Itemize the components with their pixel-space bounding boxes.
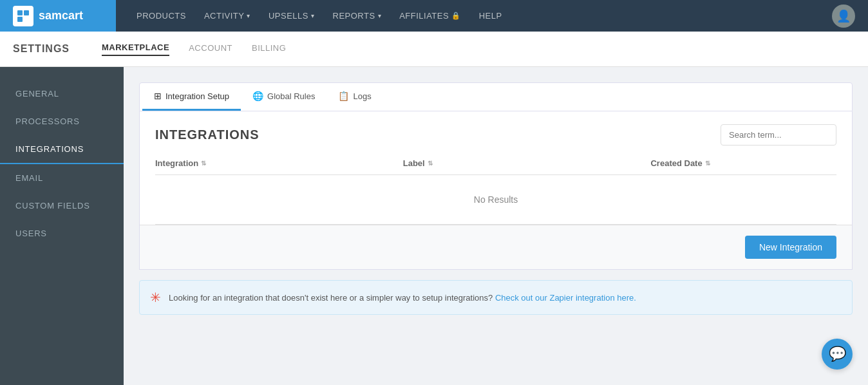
label-sort-icon[interactable]: ⇅ — [428, 160, 433, 167]
avatar[interactable]: 👤 — [832, 5, 855, 28]
sidebar-item-custom-fields[interactable]: CUSTOM FIELDS — [0, 192, 124, 220]
chat-icon: 💬 — [829, 346, 846, 362]
column-header-label: Label ⇅ — [403, 158, 651, 168]
sidebar-item-integrations[interactable]: INTEGRATIONS — [0, 135, 124, 164]
svg-rect-3 — [24, 17, 29, 22]
global-rules-icon: 🌐 — [252, 91, 263, 101]
activity-arrow-icon: ▾ — [247, 12, 250, 19]
nav-upsells[interactable]: UPSELLS ▾ — [261, 7, 323, 24]
column-header-integration: Integration ⇅ — [155, 158, 403, 168]
sidebar-item-general[interactable]: GENERAL — [0, 80, 124, 108]
tab-account[interactable]: ACCOUNT — [189, 43, 232, 55]
nav-activity[interactable]: ACTIVITY ▾ — [196, 7, 258, 24]
logo-text: samcart — [39, 9, 83, 23]
integrations-panel: INTEGRATIONS Integration ⇅ Label ⇅ Creat… — [139, 111, 853, 270]
upsells-arrow-icon: ▾ — [311, 12, 315, 19]
logo-icon — [13, 6, 33, 26]
logo[interactable]: samcart — [0, 0, 116, 32]
nav-help[interactable]: HELP — [471, 7, 510, 24]
tab-marketplace[interactable]: MARKETPLACE — [102, 42, 169, 56]
sidebar-item-email[interactable]: EMAIL — [0, 164, 124, 192]
tab-billing[interactable]: BILLING — [252, 43, 286, 55]
table-footer: New Integration — [140, 225, 852, 269]
svg-rect-1 — [24, 10, 29, 15]
logs-icon: 📋 — [338, 91, 349, 101]
zapier-link[interactable]: Check out our Zapier integration here. — [495, 293, 636, 303]
new-integration-button[interactable]: New Integration — [745, 236, 836, 259]
chat-bubble-button[interactable]: 💬 — [822, 339, 853, 370]
nav-affiliates[interactable]: AFFILIATES 🔒 — [392, 7, 469, 24]
main-layout: GENERAL PROCESSORS INTEGRATIONS EMAIL CU… — [0, 67, 868, 385]
nav-items: PRODUCTS ACTIVITY ▾ UPSELLS ▾ REPORTS ▾ … — [129, 7, 832, 24]
search-input[interactable] — [721, 124, 836, 146]
top-navigation: samcart PRODUCTS ACTIVITY ▾ UPSELLS ▾ RE… — [0, 0, 868, 32]
reports-arrow-icon: ▾ — [378, 12, 382, 19]
created-sort-icon[interactable]: ⇅ — [705, 160, 710, 167]
svg-rect-0 — [17, 10, 23, 15]
info-banner-text: Looking for an integration that doesn't … — [169, 293, 636, 303]
no-results: No Results — [155, 175, 836, 225]
content-area: ⊞ Integration Setup 🌐 Global Rules 📋 Log… — [124, 67, 868, 385]
integration-tabs: ⊞ Integration Setup 🌐 Global Rules 📋 Log… — [139, 82, 853, 111]
table-header: Integration ⇅ Label ⇅ Created Date ⇅ — [155, 158, 836, 175]
integration-setup-icon: ⊞ — [154, 91, 162, 101]
sidebar: GENERAL PROCESSORS INTEGRATIONS EMAIL CU… — [0, 67, 124, 385]
tab-global-rules[interactable]: 🌐 Global Rules — [241, 83, 326, 111]
integration-sort-icon[interactable]: ⇅ — [201, 160, 206, 167]
sidebar-item-users[interactable]: USERS — [0, 220, 124, 247]
integrations-title: INTEGRATIONS — [155, 127, 259, 142]
info-banner: ✳ Looking for an integration that doesn'… — [139, 280, 853, 315]
affiliates-lock-icon: 🔒 — [451, 12, 461, 20]
column-header-created-date: Created Date ⇅ — [650, 158, 836, 168]
tab-integration-setup[interactable]: ⊞ Integration Setup — [142, 83, 241, 111]
svg-rect-2 — [17, 17, 23, 22]
tab-logs[interactable]: 📋 Logs — [326, 83, 382, 111]
sidebar-item-processors[interactable]: PROCESSORS — [0, 108, 124, 135]
settings-title: SETTINGS — [13, 43, 70, 55]
nav-reports[interactable]: REPORTS ▾ — [325, 7, 390, 24]
sub-navigation: SETTINGS MARKETPLACE ACCOUNT BILLING — [0, 32, 868, 67]
nav-products[interactable]: PRODUCTS — [129, 7, 194, 24]
integrations-header: INTEGRATIONS — [155, 124, 836, 146]
zapier-icon: ✳ — [150, 290, 161, 305]
